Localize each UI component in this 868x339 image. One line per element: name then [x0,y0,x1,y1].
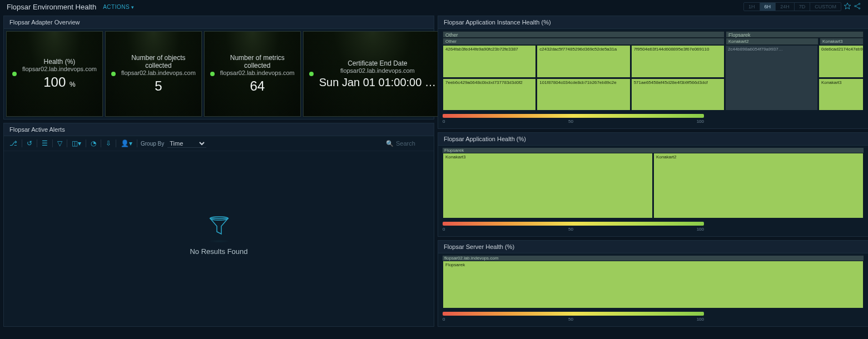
share-icon[interactable] [854,2,861,11]
time-1h[interactable]: 1H [744,3,760,11]
page-title: Flopsar Environment Health [7,3,96,11]
kpi-value: 64 [220,78,295,94]
kpi-objects[interactable]: Number of objects collected flopsar02.la… [105,31,202,117]
app-health-title: Flopsar Application Health (%) [438,133,868,146]
status-dot-icon [12,72,17,76]
instance-health-title: Flopsar Application Instance Health (%) [438,16,868,29]
funnel-icon [208,215,230,238]
kpi-value: Sun Jan 01 01:00:00 … [319,76,436,89]
time-7d[interactable]: 7D [795,3,811,11]
alerts-empty-state: No Results Found [4,151,434,319]
empty-text: No Results Found [190,247,247,256]
actions-dropdown[interactable]: ACTIONS [103,4,134,10]
kpi-value: 5 [121,78,196,94]
clock-icon[interactable]: ◔ [90,138,97,148]
legend-mid: 50 [568,317,573,322]
svg-point-3 [859,8,860,9]
page-header: Flopsar Environment Health ACTIONS 1H 6H… [0,0,868,13]
hierarchy-icon[interactable]: ⎇ [8,138,18,148]
legend-mid: 50 [568,119,573,124]
subgroup-konakart2[interactable]: Konakart2 [726,38,819,45]
adapter-overview-title: Flopsar Adapter Overview [4,16,434,29]
instance-cell[interactable]: 4264fab3fed44fe9a90fc23b72fe3387 [443,45,536,78]
instance-cell[interactable]: Konakart3 [819,78,864,111]
time-6h[interactable]: 6H [760,3,776,11]
kpi-label: Number of metrics collected [220,54,295,69]
search-box[interactable]: 🔍 [386,140,429,147]
kpi-value: 100 % [22,74,97,90]
subgroup-other[interactable]: Other [443,38,725,45]
kpi-sub: flopsar02.lab.indevops.com [22,66,97,72]
status-dot-icon [309,72,314,76]
instance-cell[interactable]: 0de6cad2174c47eb9e101d1b44840453 [819,45,864,78]
instance-health-panel: Flopsar Application Instance Health (%) … [438,16,868,129]
columns-icon[interactable]: ◫▾ [71,138,82,148]
time-range-selector[interactable]: 1H 6H 24H 7D CUSTOM [743,2,841,11]
svg-line-5 [856,7,859,8]
status-dot-icon [111,72,116,76]
groupby-label: Group By [141,141,164,147]
instance-cell[interactable]: c2432dac5f77485296d369c52de5a31a [537,45,630,78]
kpi-health[interactable]: Health (%) flopsar02.lab.indevops.com 10… [6,31,103,117]
legend-min: 0 [443,227,445,232]
group-other[interactable]: Other [443,31,725,38]
server-health-panel: Flopsar Server Health (%) flopsar02.lab.… [438,240,868,327]
legend-gradient [443,312,704,316]
svg-point-2 [859,3,860,4]
instance-cell[interactable]: 101f87804c034cde8cb71b267eb89c2e [537,78,630,111]
kpi-label: Certificate End Date [319,59,436,67]
legend-max: 100 [697,119,704,124]
adapter-overview-panel: Flopsar Adapter Overview Health (%) flop… [3,16,434,119]
status-dot-icon [210,72,215,76]
export-icon[interactable]: ⇩ [105,138,112,148]
list-icon[interactable]: ☰ [41,138,49,148]
alerts-toolbar: ⎇ ↺ ☰ ▽ ◫▾ ◔ ⇩ 👤▾ Group By Time [4,136,434,151]
legend-max: 100 [697,227,704,232]
server-cell[interactable]: Flopsarek [443,261,864,308]
kpi-sub: flopsar02.lab.indevops.com [319,67,436,74]
legend-mid: 50 [568,227,573,232]
legend-min: 0 [443,119,445,124]
server-health-title: Flopsar Server Health (%) [438,241,868,253]
kpi-sub: flopsar02.lab.indevops.com [220,69,295,76]
legend-gradient [443,222,704,226]
search-icon: 🔍 [386,140,394,147]
group-server[interactable]: flopsar02.lab.indevops.com [443,256,864,261]
active-alerts-panel: Flopsar Active Alerts ⎇ ↺ ☰ ▽ ◫▾ ◔ ⇩ 👤▾ … [3,123,434,327]
user-icon[interactable]: 👤▾ [120,138,133,148]
group-flopsarek[interactable]: Flopsarek [443,148,864,153]
subgroup-konakart3[interactable]: Konakart3 [820,38,864,45]
legend: 0 50 100 [443,114,864,124]
legend: 0 50 100 [443,222,864,232]
legend-min: 0 [443,317,445,322]
group-flopsarek[interactable]: Flopsarek [726,31,864,38]
legend-max: 100 [697,317,704,322]
app-cell[interactable]: Konakart3 [443,153,653,218]
kpi-sub: flopsar02.lab.indevops.com [121,69,196,76]
instance-cell[interactable]: 2c44b898a6054f79a9937… [725,45,818,111]
instance-cell[interactable]: 7eeb6c429a0648c0bcbd737783d3d0f2 [443,78,536,111]
svg-marker-0 [844,3,851,9]
time-24h[interactable]: 24H [776,3,795,11]
kpi-label: Number of objects collected [121,54,196,69]
kpi-label: Health (%) [22,58,97,66]
svg-line-4 [856,4,859,6]
groupby-select[interactable]: Time [167,139,206,148]
favorite-icon[interactable] [844,2,851,11]
legend-gradient [443,114,704,118]
legend: 0 50 100 [443,312,864,322]
instance-cell[interactable]: 7f9504e63f144d608895e3f67e069110 [631,45,725,78]
svg-point-1 [855,6,856,7]
app-health-panel: Flopsar Application Health (%) Flopsarek… [438,132,868,237]
kpi-metrics[interactable]: Number of metrics collected flopsar02.la… [204,31,301,117]
active-alerts-title: Flopsar Active Alerts [4,123,434,136]
filter-icon[interactable]: ▽ [56,138,63,148]
search-input[interactable] [396,140,429,147]
instance-cell[interactable]: 571ae65458ef45d28e4f3b9f566d3dcf [631,78,725,111]
kpi-cert-date[interactable]: Certificate End Date flopsar02.lab.indev… [303,31,442,117]
app-cell[interactable]: Konakart2 [653,153,864,218]
time-custom[interactable]: CUSTOM [810,3,841,11]
refresh-icon[interactable]: ↺ [26,138,33,148]
